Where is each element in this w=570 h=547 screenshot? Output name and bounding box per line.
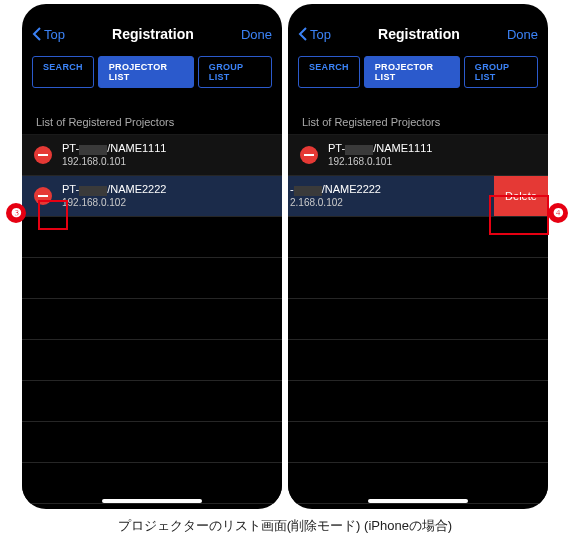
nav-bar: Top Registration Done	[22, 4, 282, 50]
list-item-empty	[288, 299, 548, 340]
projector-name: PT-/NAME1111	[328, 142, 432, 155]
callout-4: ❹	[548, 203, 568, 223]
home-indicator[interactable]	[368, 499, 468, 503]
tab-projector-list[interactable]: PROJECTOR LIST	[364, 56, 460, 88]
list-header: List of Registered Projectors	[288, 94, 548, 134]
list-item-empty	[22, 299, 282, 340]
back-button[interactable]: Top	[298, 27, 331, 42]
list-item-empty	[22, 258, 282, 299]
home-indicator[interactable]	[102, 499, 202, 503]
tab-group-list[interactable]: GROUP LIST	[464, 56, 538, 88]
back-button[interactable]: Top	[32, 27, 65, 42]
projector-ip: 2.168.0.102	[290, 197, 381, 209]
page-title: Registration	[112, 26, 194, 42]
projector-ip: 192.168.0.101	[328, 156, 432, 168]
list-item-empty	[22, 381, 282, 422]
projector-ip: 192.168.0.101	[62, 156, 166, 168]
tab-projector-list[interactable]: PROJECTOR LIST	[98, 56, 194, 88]
projector-name: PT-/NAME2222	[62, 183, 166, 196]
segmented-control: SEARCH PROJECTOR LIST GROUP LIST	[22, 50, 282, 94]
list-item-empty	[22, 340, 282, 381]
list-item-empty	[288, 340, 548, 381]
back-label: Top	[44, 27, 65, 42]
list-item-empty	[288, 422, 548, 463]
delete-minus-icon[interactable]	[300, 146, 318, 164]
delete-minus-icon[interactable]	[34, 146, 52, 164]
segmented-control: SEARCH PROJECTOR LIST GROUP LIST	[288, 50, 548, 94]
projector-name: -/NAME2222	[290, 183, 381, 196]
highlight-box-3	[38, 200, 68, 230]
figure-caption: プロジェクターのリスト画面(削除モード) (iPhoneの場合)	[0, 509, 570, 545]
back-label: Top	[310, 27, 331, 42]
highlight-box-4	[489, 195, 549, 235]
phone-left: Top Registration Done SEARCH PROJECTOR L…	[22, 4, 282, 509]
callout-3: ❸	[6, 203, 26, 223]
list-header: List of Registered Projectors	[22, 94, 282, 134]
list-item[interactable]: PT-/NAME1111 192.168.0.101	[22, 135, 282, 176]
chevron-left-icon	[298, 27, 308, 41]
list-item-empty	[22, 463, 282, 504]
tab-search[interactable]: SEARCH	[298, 56, 360, 88]
page-title: Registration	[378, 26, 460, 42]
list-item-empty	[288, 381, 548, 422]
nav-bar: Top Registration Done	[288, 4, 548, 50]
list-item[interactable]: PT-/NAME1111 192.168.0.101	[288, 135, 548, 176]
done-button[interactable]: Done	[241, 27, 272, 42]
projector-ip: 192.168.0.102	[62, 197, 166, 209]
projector-list: PT-/NAME1111 192.168.0.101 PT-/NAME2222 …	[22, 134, 282, 504]
list-item-empty	[22, 422, 282, 463]
tab-search[interactable]: SEARCH	[32, 56, 94, 88]
list-item-empty	[288, 463, 548, 504]
projector-name: PT-/NAME1111	[62, 142, 166, 155]
phone-right: Top Registration Done SEARCH PROJECTOR L…	[288, 4, 548, 509]
projector-list: PT-/NAME1111 192.168.0.101 -/NAME2222 2.…	[288, 134, 548, 504]
list-item-empty	[288, 258, 548, 299]
chevron-left-icon	[32, 27, 42, 41]
tab-group-list[interactable]: GROUP LIST	[198, 56, 272, 88]
done-button[interactable]: Done	[507, 27, 538, 42]
